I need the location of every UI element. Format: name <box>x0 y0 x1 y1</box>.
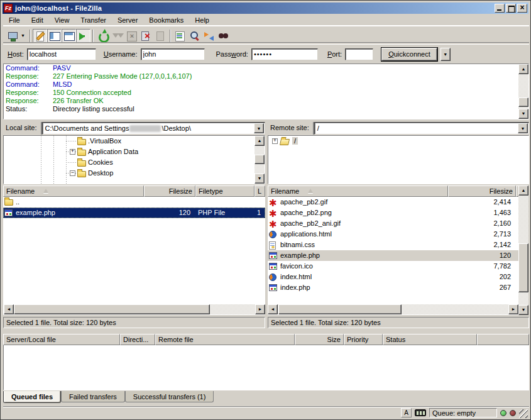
css-file-icon <box>269 241 276 250</box>
menu-help[interactable]: Help <box>189 15 215 25</box>
tab-successful-transfers[interactable]: Successful transfers (1) <box>125 391 214 402</box>
scroll-right-icon[interactable]: ► <box>255 304 265 314</box>
scroll-up-icon[interactable]: ▲ <box>518 64 528 74</box>
file-row[interactable]: ✱apache_pb2.gif 2,414 <box>268 197 518 207</box>
find-files-icon[interactable] <box>216 29 231 43</box>
local-hscrollbar[interactable]: ◄ ► <box>4 304 265 314</box>
file-row[interactable]: ✱apache_pb2_ani.gif 2,160 <box>268 218 518 229</box>
column-header-filename[interactable]: Filename <box>3 185 144 197</box>
file-row[interactable]: applications.html 2,713 <box>268 229 518 240</box>
resize-grip[interactable] <box>519 409 528 418</box>
scroll-down-icon[interactable]: ▼ <box>255 174 265 184</box>
column-header-server-local-file[interactable]: Server/Local file <box>3 334 120 345</box>
tree-item-virtualbox[interactable]: .VirtualBox <box>4 136 265 146</box>
quickconnect-dropdown-icon[interactable]: ▼ <box>441 48 451 61</box>
file-row-up[interactable]: .. <box>3 197 265 207</box>
menu-file[interactable]: File <box>3 15 26 25</box>
scrollbar-thumb[interactable] <box>278 304 402 314</box>
tree-item-cookies[interactable]: Cookies <box>4 157 265 168</box>
quickconnect-button[interactable]: Quickconnect <box>381 48 437 61</box>
combo-dropdown-icon[interactable]: ▼ <box>518 123 528 133</box>
synchronized-browsing-icon[interactable] <box>202 29 216 43</box>
close-button[interactable] <box>517 4 527 13</box>
column-header-filename[interactable]: Filename <box>268 185 448 197</box>
tree-item-application-data[interactable]: Application Data <box>4 146 265 157</box>
title-bar[interactable]: Fz john@localhost - FileZilla <box>3 3 528 14</box>
scrollbar-thumb[interactable] <box>255 155 265 164</box>
column-header-direction[interactable]: Directi... <box>120 334 155 345</box>
file-row[interactable]: index.html 202 <box>268 272 518 282</box>
site-manager-dropdown-icon[interactable] <box>19 29 28 43</box>
scroll-up-icon[interactable]: ▲ <box>255 136 265 146</box>
scroll-right-icon[interactable]: ► <box>508 304 518 314</box>
filter-icon[interactable] <box>173 29 187 43</box>
column-header-remote-file[interactable]: Remote file <box>155 334 295 345</box>
toggle-remote-tree-icon[interactable] <box>62 29 76 43</box>
queue-list[interactable] <box>3 345 529 390</box>
scrollbar-thumb[interactable] <box>14 304 210 314</box>
file-row[interactable]: favicon.ico 7,782 <box>268 261 518 272</box>
remote-path-combo[interactable]: / ▼ <box>314 122 529 135</box>
host-input[interactable] <box>27 48 96 60</box>
column-header-size[interactable]: Size <box>295 334 344 345</box>
column-header-filesize[interactable]: Filesize <box>448 185 516 197</box>
refresh-icon[interactable] <box>96 29 110 43</box>
file-row[interactable]: bitnami.css 2,142 <box>268 240 518 250</box>
site-manager-icon[interactable] <box>5 29 19 43</box>
minimize-button[interactable] <box>495 4 505 13</box>
scroll-left-icon[interactable]: ◄ <box>268 304 278 314</box>
menu-bookmarks[interactable]: Bookmarks <box>143 15 189 25</box>
combo-dropdown-icon[interactable]: ▼ <box>254 123 264 133</box>
scrollbar-thumb[interactable] <box>518 243 528 292</box>
toggle-local-tree-icon[interactable] <box>47 29 62 43</box>
menu-transfer[interactable]: Transfer <box>75 15 112 25</box>
collapse-icon[interactable] <box>70 170 75 176</box>
remote-tree[interactable]: / <box>268 135 529 184</box>
column-header-lastmodified[interactable]: L <box>255 185 265 197</box>
toggle-queue-icon[interactable] <box>76 29 90 43</box>
message-log[interactable]: Command:PASV Response:227 Entering Passi… <box>3 64 529 119</box>
remote-site-bar: Remote site: / ▼ <box>268 122 529 135</box>
file-row-selected[interactable]: example.php 120 PHP File 1 <box>3 207 265 218</box>
tab-queued-files[interactable]: Queued files <box>3 391 61 403</box>
password-input[interactable] <box>251 48 318 60</box>
data-type-indicator-icon[interactable]: A <box>401 408 412 417</box>
menu-edit[interactable]: Edit <box>26 15 49 25</box>
username-input[interactable] <box>141 48 205 60</box>
column-header-status[interactable]: Status <box>383 334 477 345</box>
menu-view[interactable]: View <box>49 15 75 25</box>
local-tree[interactable]: .VirtualBox Application Data Cookies Des… <box>3 135 265 184</box>
tree-item-desktop[interactable]: Desktop <box>4 168 265 179</box>
log-scrollbar[interactable]: ▲ ▼ <box>518 64 528 119</box>
column-header-filetype[interactable]: Filetype <box>195 185 255 197</box>
folder-up-icon <box>4 199 13 206</box>
port-input[interactable] <box>345 48 373 60</box>
expand-icon[interactable] <box>70 149 75 155</box>
directory-comparison-icon[interactable] <box>187 29 202 43</box>
file-row[interactable]: index.php 267 <box>268 282 518 293</box>
remote-vscrollbar[interactable]: ▲ ▼ <box>518 185 528 315</box>
file-row-selected[interactable]: example.php 120 <box>268 250 518 261</box>
local-tree-scrollbar[interactable]: ▲ ▼ <box>255 136 265 184</box>
file-row[interactable]: ✱apache_pb2.png 1,463 <box>268 207 518 218</box>
speed-limits-icon[interactable] <box>415 409 426 416</box>
column-header-filesize[interactable]: Filesize <box>144 185 195 197</box>
maximize-button[interactable] <box>506 4 516 13</box>
scroll-up-icon[interactable]: ▲ <box>518 185 528 196</box>
local-file-list[interactable]: Filename Filesize Filetype L .. example.… <box>3 185 265 315</box>
remote-hscrollbar[interactable]: ◄ ► <box>268 304 518 314</box>
scroll-down-icon[interactable]: ▼ <box>518 305 528 315</box>
queue-tabs: Queued files Failed transfers Successful… <box>3 391 214 404</box>
disconnect-icon[interactable] <box>139 29 153 43</box>
column-header-priority[interactable]: Priority <box>344 334 383 345</box>
local-path-combo[interactable]: C:\Documents and Settings\Desktop\ ▼ <box>42 122 265 135</box>
tree-item-root[interactable]: / <box>268 136 528 146</box>
scroll-down-icon[interactable]: ▼ <box>518 109 528 119</box>
remote-file-list[interactable]: Filename Filesize ✱apache_pb2.gif 2,414 … <box>268 185 518 315</box>
scroll-left-icon[interactable]: ◄ <box>4 304 14 314</box>
tab-failed-transfers[interactable]: Failed transfers <box>61 391 125 402</box>
menu-server[interactable]: Server <box>112 15 143 25</box>
toggle-message-log-icon[interactable] <box>33 29 47 43</box>
scrollbar-thumb[interactable] <box>518 97 528 107</box>
expand-icon[interactable] <box>272 138 278 144</box>
